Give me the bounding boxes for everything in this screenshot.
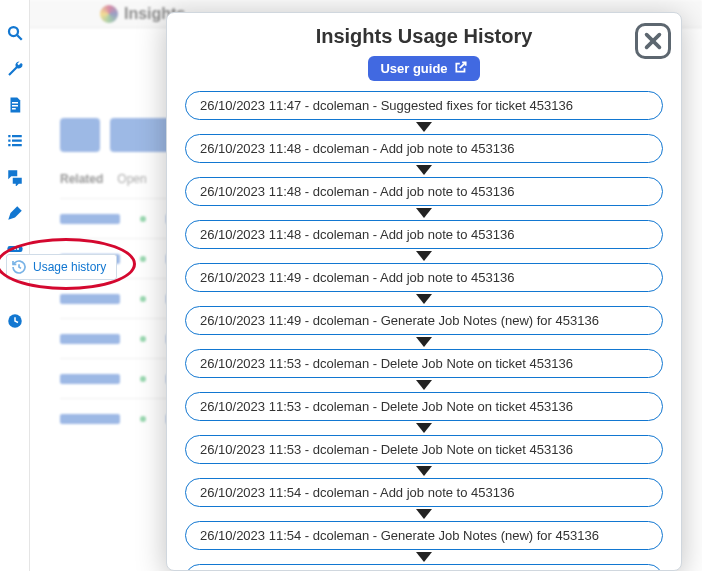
svg-rect-2 xyxy=(12,102,18,104)
search-icon[interactable] xyxy=(6,24,24,42)
history-item[interactable]: 26/10/2023 11:54 - dcoleman - Add job no… xyxy=(185,478,663,507)
history-item[interactable]: 26/10/2023 11:48 - dcoleman - Add job no… xyxy=(185,177,663,206)
arrow-down-icon xyxy=(416,165,432,175)
arrow-down-icon xyxy=(416,423,432,433)
svg-line-1 xyxy=(17,35,22,40)
user-guide-label: User guide xyxy=(380,61,447,76)
svg-point-0 xyxy=(9,27,18,36)
arrow-down-icon xyxy=(416,337,432,347)
arrow-down-icon xyxy=(416,294,432,304)
history-item[interactable]: 26/10/2023 11:54 - dcoleman - Generate J… xyxy=(185,521,663,550)
close-button[interactable] xyxy=(635,23,671,59)
svg-rect-4 xyxy=(12,108,16,110)
clock-icon[interactable] xyxy=(6,312,24,330)
history-item[interactable]: 26/10/2023 11:49 - dcoleman - Generate J… xyxy=(185,306,663,335)
chat-icon[interactable] xyxy=(6,168,24,186)
list-icon[interactable] xyxy=(6,132,24,150)
history-item[interactable]: 26/10/2023 11:53 - dcoleman - Delete Job… xyxy=(185,392,663,421)
svg-rect-9 xyxy=(8,144,10,146)
left-rail xyxy=(0,0,30,571)
history-item[interactable]: 26/10/2023 11:49 - dcoleman - Add job no… xyxy=(185,263,663,292)
history-item[interactable]: 26/10/2023 11:56 - dcoleman - Generate J… xyxy=(185,564,663,570)
external-link-icon xyxy=(454,60,468,77)
arrow-down-icon xyxy=(416,251,432,261)
usage-history-flyout[interactable]: Usage history xyxy=(6,254,117,280)
history-icon xyxy=(11,259,27,275)
history-item[interactable]: 26/10/2023 11:53 - dcoleman - Delete Job… xyxy=(185,349,663,378)
svg-rect-7 xyxy=(8,140,10,142)
svg-point-14 xyxy=(16,248,18,250)
arrow-down-icon xyxy=(416,208,432,218)
usage-history-modal: Insights Usage History User guide 26/10/… xyxy=(166,12,682,571)
user-guide-button[interactable]: User guide xyxy=(368,56,479,81)
svg-point-12 xyxy=(10,248,12,250)
arrow-down-icon xyxy=(416,466,432,476)
svg-rect-10 xyxy=(12,144,22,146)
history-scroll[interactable]: 26/10/2023 11:47 - dcoleman - Suggested … xyxy=(167,91,681,570)
arrow-down-icon xyxy=(416,552,432,562)
svg-point-13 xyxy=(13,248,15,250)
history-item[interactable]: 26/10/2023 11:48 - dcoleman - Add job no… xyxy=(185,134,663,163)
arrow-down-icon xyxy=(416,122,432,132)
history-item[interactable]: 26/10/2023 11:47 - dcoleman - Suggested … xyxy=(185,91,663,120)
history-item[interactable]: 26/10/2023 11:53 - dcoleman - Delete Job… xyxy=(185,435,663,464)
svg-rect-5 xyxy=(8,135,10,137)
svg-rect-6 xyxy=(12,135,22,137)
svg-rect-3 xyxy=(12,105,18,107)
arrow-down-icon xyxy=(416,380,432,390)
arrow-down-icon xyxy=(416,509,432,519)
usage-history-callout: Usage history xyxy=(6,254,117,280)
pen-icon[interactable] xyxy=(6,204,24,222)
modal-title: Insights Usage History xyxy=(167,13,681,56)
usage-history-label: Usage history xyxy=(33,260,106,274)
svg-rect-8 xyxy=(12,140,22,142)
document-icon[interactable] xyxy=(6,96,24,114)
wrench-icon[interactable] xyxy=(6,60,24,78)
history-item[interactable]: 26/10/2023 11:48 - dcoleman - Add job no… xyxy=(185,220,663,249)
